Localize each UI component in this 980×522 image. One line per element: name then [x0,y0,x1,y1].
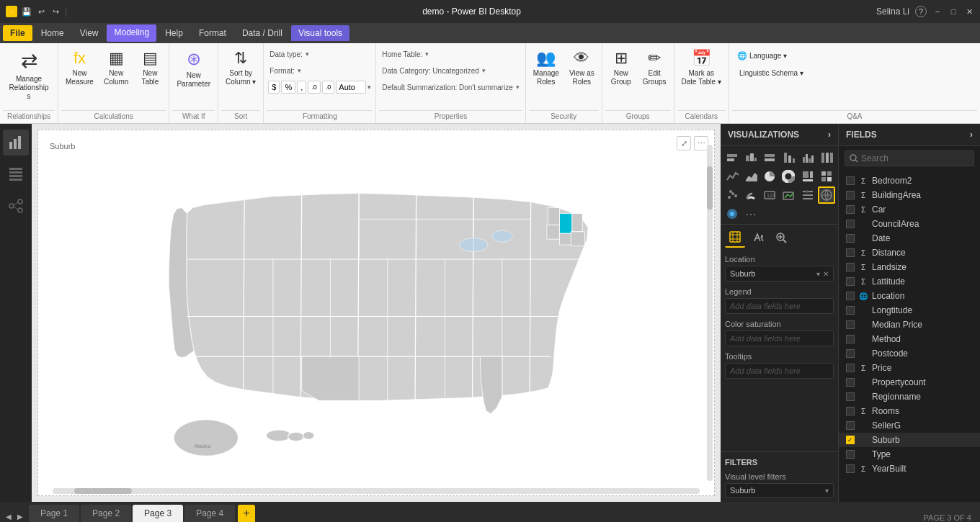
close-btn[interactable]: ✕ [964,6,974,17]
viz-kpi[interactable] [780,186,797,204]
viz-matrix[interactable] [818,168,835,185]
manage-relationships-button[interactable]: ⇄ ManageRelationships [3,46,55,99]
field-item-location[interactable]: 🌐 Location [839,289,980,303]
viz-stacked-column[interactable] [780,149,797,166]
maximize-btn[interactable]: □ [948,6,958,17]
field-checkbox-postcode[interactable] [846,349,855,358]
model-view-icon[interactable] [3,193,29,219]
field-checkbox-price[interactable] [846,364,855,372]
field-checkbox-council-area[interactable] [846,220,855,228]
visualizations-expand-btn[interactable]: › [828,130,831,140]
field-checkbox-rooms[interactable] [846,407,855,415]
field-checkbox-car[interactable] [846,205,855,214]
field-checkbox-lattitude[interactable] [846,277,855,286]
field-item-longtitude[interactable]: Longtitude [839,303,980,318]
edit-groups-button[interactable]: ✏ EditGroups [638,46,671,99]
field-item-method[interactable]: Method [839,332,980,346]
menu-home[interactable]: Home [34,25,71,41]
viz-area[interactable] [742,168,760,185]
mark-as-date-table-button[interactable]: 📅 Mark asDate Table ▾ [677,46,726,99]
viz-treemap[interactable] [799,168,816,185]
view-as-roles-button[interactable]: 👁 View asRoles [565,46,599,99]
format-tool-btn[interactable] [748,228,768,248]
page-tab-1[interactable]: Page 1 [29,505,79,522]
scroll-left-btn[interactable]: ◀ [3,510,14,522]
field-item-distance[interactable]: Σ Distance [839,246,980,260]
comma-btn[interactable]: , [297,81,306,94]
field-checkbox-longtitude[interactable] [846,306,855,315]
field-checkbox-location[interactable] [846,292,855,300]
field-item-council-area[interactable]: CouncilArea [839,217,980,231]
add-page-btn[interactable]: + [238,505,255,522]
menu-modeling[interactable]: Modeling [107,24,156,42]
viz-stacked-bar[interactable] [723,149,741,166]
redo-btn[interactable]: ↪ [50,6,61,17]
field-item-postcode[interactable]: Postcode [839,346,980,361]
viz-line[interactable] [723,168,741,185]
field-item-suburb[interactable]: ✓ Suburb [839,433,980,447]
viz-filled-map[interactable] [723,205,741,222]
canvas-hscroll[interactable] [53,488,700,494]
fields-tool-btn[interactable] [725,228,745,248]
currency-btn[interactable]: $ [268,81,280,94]
fields-search-box[interactable] [845,150,974,166]
menu-format[interactable]: Format [192,25,233,41]
manage-roles-button[interactable]: 👥 ManageRoles [529,46,564,99]
field-checkbox-median-price[interactable] [846,320,855,329]
language-btn[interactable]: 🌐 Language ▾ [734,48,807,63]
field-item-regionname[interactable]: Regionname [839,390,980,404]
minimize-btn[interactable]: − [932,6,943,17]
quick-save[interactable]: 💾 [22,6,32,17]
new-column-button[interactable]: ▦ NewColumn [99,46,133,99]
viz-donut[interactable] [780,168,797,185]
format-dropdown[interactable]: ▾ [298,67,301,74]
field-item-landsize[interactable]: Σ Landsize [839,260,980,274]
field-item-median-price[interactable]: Median Price [839,318,980,332]
sort-by-column-button[interactable]: ⇅ Sort byColumn ▾ [221,46,260,99]
field-item-building-area[interactable]: Σ BuildingArea [839,188,980,202]
field-item-car[interactable]: Σ Car [839,202,980,217]
viz-gauge[interactable] [742,186,760,204]
field-item-rooms[interactable]: Σ Rooms [839,404,980,418]
linguistic-schema-btn[interactable]: Linguistic Schema ▾ [734,65,807,81]
decrease-decimal-btn[interactable]: .0 [322,81,335,94]
fields-search-input[interactable] [861,153,969,163]
menu-help[interactable]: Help [158,25,190,41]
percent-btn[interactable]: % [281,81,295,94]
auto-dropdown[interactable]: ▾ [368,84,371,91]
new-measure-button[interactable]: fx NewMeasure [61,46,98,99]
page-tab-3[interactable]: Page 3 [133,505,183,522]
auto-input[interactable] [336,81,366,94]
field-checkbox-date[interactable] [846,234,855,243]
menu-data-drill[interactable]: Data / Drill [235,25,290,41]
field-checkbox-suburb[interactable]: ✓ [846,436,855,444]
field-item-type[interactable]: Type [839,447,980,462]
data-category-dropdown[interactable]: ▾ [482,67,486,74]
field-checkbox-distance[interactable] [846,248,855,257]
field-checkbox-landsize[interactable] [846,263,855,271]
viz-pie[interactable] [761,168,778,185]
undo-btn[interactable]: ↩ [36,6,46,17]
viz-clustered-bar[interactable] [742,149,760,166]
menu-visual-tools[interactable]: Visual tools [291,25,349,41]
analytics-tool-btn[interactable] [771,228,791,248]
new-group-button[interactable]: ⊞ NewGroup [605,46,637,99]
us-map-svg[interactable]: Alaska [45,145,707,488]
new-table-button[interactable]: ▤ NewTable [134,46,166,99]
viz-card[interactable]: 123 [761,186,778,204]
default-summarization-dropdown[interactable]: ▾ [516,84,520,91]
field-item-bedroom2[interactable]: Σ Bedroom2 [839,174,980,188]
field-item-propertycount[interactable]: Propertycount [839,375,980,390]
field-checkbox-regionname[interactable] [846,392,855,401]
help-btn[interactable]: ? [915,6,927,17]
field-checkbox-building-area[interactable] [846,191,855,199]
viz-map[interactable] [818,186,835,204]
page-tab-4[interactable]: Page 4 [184,505,235,522]
field-checkbox-type[interactable] [846,450,855,459]
field-item-year-built[interactable]: Σ YearBuilt [839,462,980,476]
page-tab-2[interactable]: Page 2 [81,505,131,522]
field-item-date[interactable]: Date [839,231,980,246]
field-checkbox-year-built[interactable] [846,464,855,473]
field-item-sellerg[interactable]: SellerG [839,418,980,433]
field-checkbox-propertycount[interactable] [846,378,855,387]
